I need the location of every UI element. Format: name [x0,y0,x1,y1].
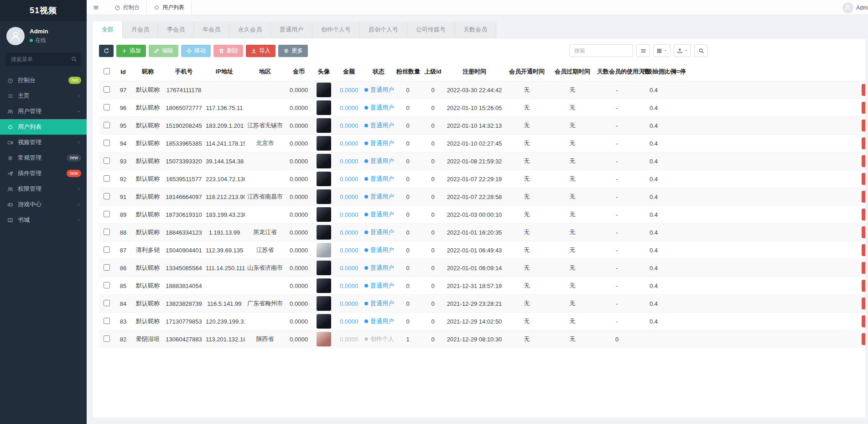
amount-link[interactable]: 0.0000 [340,105,358,111]
row-checkbox[interactable] [104,104,110,110]
amount-link[interactable]: 0.0000 [340,283,358,289]
row-action-button[interactable] [862,120,865,131]
column-header-2[interactable]: 昵称 [132,63,164,81]
filter-tab-1[interactable]: 月会员 [123,21,158,38]
status-badge[interactable]: 普通用户 [364,264,394,272]
sidebar-item-home[interactable]: 主页 [0,88,87,104]
sidebar-item-user-mgmt[interactable]: 用户管理 [0,104,87,119]
column-header-7[interactable]: 头像 [312,63,335,81]
row-checkbox[interactable] [104,300,110,306]
list-view-button[interactable] [636,44,650,57]
top-tab-1[interactable]: 用户列表 [146,0,192,15]
add-button[interactable]: 添加 [116,45,146,57]
column-header-10[interactable]: 粉丝数量 [395,63,421,81]
avatar-image[interactable] [317,332,331,346]
column-header-15[interactable]: 天数会员的使用天数 [595,63,639,81]
row-action-button[interactable] [862,191,865,203]
filter-tab-8[interactable]: 公司传媒号 [407,21,455,38]
export-button[interactable] [674,44,691,57]
column-header-14[interactable]: 会员过期时间 [550,63,595,81]
avatar-image[interactable] [317,261,331,275]
sidebar-item-game-center[interactable]: 游戏中心 [0,197,87,212]
status-badge[interactable]: 普通用户 [364,228,394,236]
status-badge[interactable]: 普通用户 [364,282,394,290]
row-checkbox[interactable] [104,122,110,128]
column-header-1[interactable]: Id [114,63,132,81]
amount-link[interactable]: 0.0000 [340,122,358,129]
row-action-button[interactable] [862,137,865,149]
row-action-button[interactable] [862,262,865,274]
sidebar-item-plugin-mgmt[interactable]: 插件管理new [0,166,87,181]
column-header-3[interactable]: 手机号 [164,63,204,81]
column-header-13[interactable]: 会员开通时间 [504,63,550,81]
avatar-image[interactable] [317,314,331,329]
status-badge[interactable]: 普通用户 [364,210,394,219]
filter-tab-2[interactable]: 季会员 [158,21,194,38]
row-action-button[interactable] [862,244,865,256]
avatar-image[interactable] [317,136,331,151]
row-action-button[interactable] [862,315,865,327]
amount-link[interactable]: 0.0000 [340,265,358,272]
sidebar-item-auth-mgmt[interactable]: 权限管理 [0,181,87,197]
amount-link[interactable]: 0.0000 [340,247,358,254]
filter-tab-3[interactable]: 年会员 [194,21,229,38]
column-header-12[interactable]: 注册时间 [445,63,504,81]
status-badge[interactable]: 普通用户 [364,86,394,94]
avatar-image[interactable] [317,225,331,240]
refresh-button[interactable] [99,45,114,57]
avatar-image[interactable] [317,83,331,97]
column-header-9[interactable]: 状态 [363,63,395,81]
admin-menu[interactable]: Admin [842,0,868,15]
amount-link[interactable]: 0.0000 [340,318,358,325]
status-badge[interactable]: 普通用户 [364,299,394,308]
row-checkbox[interactable] [104,229,110,235]
status-badge[interactable]: 普通用户 [364,246,394,254]
row-checkbox[interactable] [104,335,110,342]
avatar-image[interactable] [317,172,331,186]
row-checkbox[interactable] [104,157,110,164]
top-tab-0[interactable]: 控制台 [108,0,146,15]
more-button[interactable]: 更多 [278,45,308,57]
column-header-4[interactable]: IP地址 [204,63,245,81]
move-button[interactable]: 移动 [181,45,211,57]
status-badge[interactable]: 普通用户 [364,157,394,165]
status-badge[interactable]: 普通用户 [364,121,394,130]
row-checkbox[interactable] [104,246,110,253]
menu-search-input[interactable] [5,52,81,66]
amount-link[interactable]: 0.0000 [340,176,358,183]
delete-button[interactable]: 删除 [213,45,243,57]
search-toggle-button[interactable] [694,44,708,57]
row-checkbox[interactable] [104,318,110,324]
filter-tab-4[interactable]: 永久会员 [229,21,271,38]
amount-link[interactable]: 0.0000 [340,300,358,307]
row-action-button[interactable] [862,155,865,167]
row-action-button[interactable] [862,102,865,114]
avatar-image[interactable] [317,243,331,257]
sidebar-toggle-button[interactable] [87,0,105,15]
filter-tab-0[interactable]: 全部 [93,21,123,38]
row-action-button[interactable] [862,280,865,292]
row-checkbox[interactable] [104,282,110,288]
column-header-5[interactable]: 地区 [245,63,285,81]
import-button[interactable]: 导入 [246,45,275,57]
filter-tab-9[interactable]: 天数会员 [455,21,496,38]
row-action-button[interactable] [862,226,865,238]
amount-link[interactable]: 0.0000 [340,336,358,343]
columns-button[interactable] [653,44,670,57]
column-header-11[interactable]: 上级id [421,63,445,81]
row-checkbox[interactable] [104,140,110,146]
amount-link[interactable]: 0.0000 [340,158,358,165]
row-checkbox[interactable] [104,211,110,217]
sidebar-item-general-mgmt[interactable]: 常规管理new [0,150,87,166]
filter-tab-6[interactable]: 创作个人号 [312,21,360,38]
sidebar-item-user-list[interactable]: 用户列表 [0,119,87,135]
avatar-image[interactable] [317,207,331,222]
filter-tab-7[interactable]: 原创个人号 [360,21,407,38]
row-action-button[interactable] [862,173,865,185]
table-search-input[interactable] [569,44,633,57]
row-checkbox[interactable] [104,193,110,199]
row-action-button[interactable] [862,209,865,220]
row-action-button[interactable] [862,84,865,96]
avatar-image[interactable] [317,100,331,115]
avatar-image[interactable] [317,189,331,204]
